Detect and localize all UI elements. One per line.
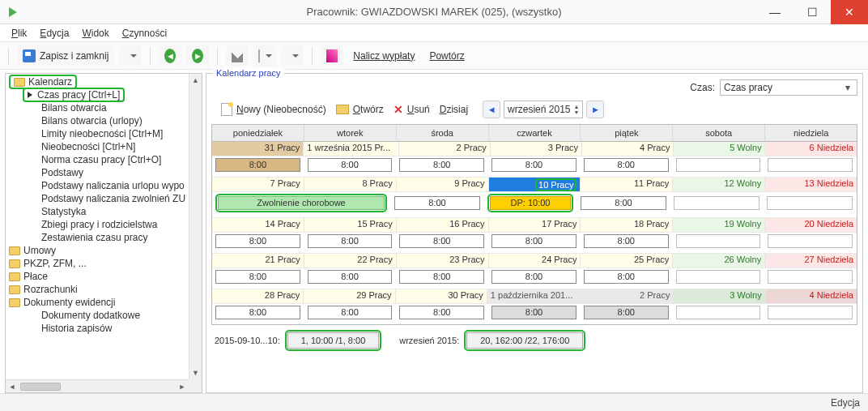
day-cell[interactable]: 1 września 2015 Pr... [304,142,398,156]
day-cell[interactable]: 9 Pracy [397,178,489,192]
tree-dok-dodat[interactable]: Dokumenty dodatkowe [6,309,202,322]
tree-scrollbar-horizontal[interactable]: ◄► [6,379,189,392]
entry[interactable]: 8:00 [491,158,577,172]
nav-back-button[interactable]: ◄ [159,45,181,66]
day-cell[interactable]: 3 Pracy [491,142,582,156]
nalicz-link[interactable]: Nalicz wypłaty [348,50,419,62]
entry-empty[interactable] [768,306,853,319]
czas-select[interactable]: Czas pracy ▾ [720,79,857,96]
tree-czas-pracy[interactable]: Czas pracy [Ctrl+L] [6,88,202,101]
tree-place[interactable]: Płace [6,270,202,283]
tree-zbiegi[interactable]: Zbiegi pracy i rodzicielstwa [6,218,202,231]
day-cell[interactable]: 15 Pracy [304,218,397,233]
day-cell[interactable]: 27 Niedziela [765,254,857,268]
day-cell[interactable]: 13 Niedziela [765,178,857,192]
otworz-button[interactable]: Otwórz [333,100,387,119]
day-cell[interactable]: 5 Wolny [674,142,765,156]
day-cell[interactable]: 19 Wolny [673,218,765,233]
day-cell[interactable]: 21 Pracy [212,254,304,268]
month-next-button[interactable]: ► [586,101,604,118]
day-cell[interactable]: 26 Wolny [673,254,765,268]
entry-empty[interactable] [768,234,853,248]
day-cell[interactable]: 14 Pracy [212,218,304,233]
day-cell[interactable]: 4 Pracy [582,142,674,156]
entry[interactable]: 8:00 [399,234,484,248]
tree-pkzp[interactable]: PKZP, ZFM, ... [6,257,202,270]
entry-empty[interactable] [676,306,761,319]
entry[interactable]: 8:00 [491,306,577,319]
nav-forward-button[interactable]: ► [186,45,209,66]
wand-button[interactable] [321,45,343,66]
usun-button[interactable]: ✕Usuń [390,100,433,119]
entry[interactable]: 8:00 [584,270,669,284]
entry[interactable]: 8:00 [215,234,300,248]
day-cell[interactable]: 8 Pracy [304,178,397,192]
entry[interactable]: 8:00 [399,306,484,319]
entry-empty[interactable] [768,270,853,284]
tree-bilans-otwarcia[interactable]: Bilans otwarcia [6,101,202,114]
tree-umowy[interactable]: Umowy [6,244,202,257]
entry[interactable]: 8:00 [399,270,484,284]
entry[interactable]: 8:00 [491,234,577,248]
day-cell[interactable]: 3 Wolny [674,289,765,304]
entry-empty[interactable] [767,196,853,210]
day-cell[interactable]: 2 Pracy [399,142,491,156]
day-cell[interactable]: 31 Pracy [212,142,304,156]
entry[interactable]: 8:00 [584,158,669,172]
entry[interactable]: 8:00 [491,270,577,284]
maximize-button[interactable]: ☐ [794,0,831,24]
print-button[interactable] [281,45,304,66]
tree-podstawy[interactable]: Podstawy [6,166,202,179]
tree-podst-urlop[interactable]: Podstawy naliczania urlopu wypo [6,179,202,192]
doc-button[interactable] [253,45,276,66]
day-cell[interactable]: 2 Pracy [582,289,674,304]
entry[interactable]: 8:00 [215,306,300,319]
day-cell[interactable]: 6 Niedziela [766,142,857,156]
day-cell[interactable]: 7 Pracy [212,178,304,192]
tree-norma[interactable]: Norma czasu pracy [Ctrl+O] [6,153,202,166]
entry-empty[interactable] [768,158,853,172]
entry-sick[interactable]: Zwolnienie chorobowe [218,196,385,210]
entry-empty[interactable] [676,234,761,248]
tree-bilans-otwarcia-urlopy[interactable]: Bilans otwarcia (urlopy) [6,114,202,127]
menu-widok[interactable]: Widok [75,26,115,41]
day-cell[interactable]: 12 Wolny [673,178,765,192]
day-cell[interactable]: 18 Pracy [581,218,673,233]
day-cell[interactable]: 16 Pracy [397,218,489,233]
powtorz-link[interactable]: Powtórz [424,50,469,62]
tree-rozrachunki[interactable]: Rozrachunki [6,283,202,296]
tree-scrollbar-vertical[interactable]: ▲▼ [189,74,202,379]
menu-plik[interactable]: Plik [5,26,33,41]
entry[interactable]: 8:00 [308,306,393,319]
entry-empty[interactable] [676,270,761,284]
menu-edycja[interactable]: Edycja [33,26,75,41]
menu-czynnosci[interactable]: Czynności [116,26,173,41]
entry[interactable]: 8:00 [394,196,480,210]
tree-nieobecnosci[interactable]: Nieobecności [Ctrl+N] [6,140,202,153]
save-close-button[interactable]: Zapisz i zamknij [17,45,114,66]
tree-kalendarz[interactable]: Kalendarz [6,75,202,88]
dzisiaj-button[interactable]: Dzisiaj [436,100,471,119]
day-cell[interactable]: 28 Pracy [212,289,304,304]
day-cell[interactable]: 1 października 201... [487,289,582,304]
tree-statystyka[interactable]: Statystyka [6,205,202,218]
day-cell[interactable]: 17 Pracy [489,218,581,233]
entry-dp[interactable]: DP: 10:00 [490,196,571,210]
day-cell[interactable]: 4 Niedziela [766,289,857,304]
tree-historia[interactable]: Historia zapisów [6,322,202,335]
entry[interactable]: 8:00 [584,306,669,319]
day-cell[interactable]: 29 Pracy [304,289,395,304]
tree-limity[interactable]: Limity nieobecności [Ctrl+M] [6,127,202,140]
day-cell[interactable]: 30 Pracy [396,289,487,304]
entry[interactable]: 8:00 [215,270,300,284]
run-button[interactable] [2,1,24,24]
entry[interactable]: 8:00 [399,158,484,172]
entry[interactable]: 8:00 [308,270,393,284]
day-cell[interactable]: 24 Pracy [489,254,581,268]
nowy-button[interactable]: Nowy (Nieobecność) [218,100,330,119]
day-cell-selected[interactable]: 10 Pracy [489,178,581,192]
day-cell[interactable]: 20 Niedziela [765,218,857,233]
save-button[interactable] [119,45,142,66]
close-button[interactable]: ✕ [831,0,868,24]
entry-empty[interactable] [674,196,760,210]
